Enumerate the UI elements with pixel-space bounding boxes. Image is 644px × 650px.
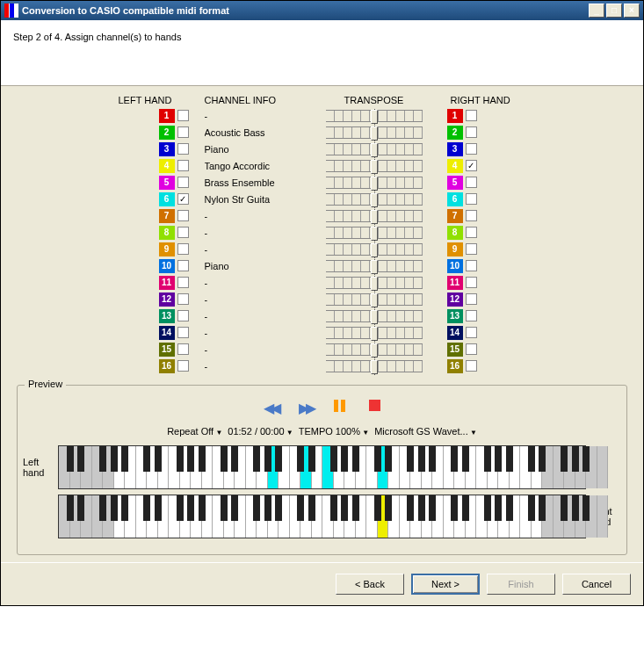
white-key[interactable] [257,495,268,538]
left-hand-checkbox[interactable] [177,310,189,321]
left-hand-checkbox[interactable] [177,277,189,288]
slider-thumb[interactable] [371,243,378,257]
white-key[interactable] [169,446,180,488]
stop-button[interactable] [369,400,380,411]
transpose-slider[interactable] [326,126,423,139]
white-key[interactable] [300,495,312,538]
white-key[interactable] [366,495,378,538]
slider-thumb[interactable] [371,193,378,207]
close-button[interactable]: × [624,4,640,18]
white-key[interactable] [136,446,148,488]
white-key[interactable] [344,446,356,488]
white-key[interactable] [92,446,104,488]
left-hand-checkbox[interactable] [177,126,189,138]
left-hand-checkbox[interactable]: ✓ [177,193,189,205]
right-hand-checkbox[interactable] [466,243,477,255]
white-key[interactable] [422,495,433,538]
white-key[interactable] [290,446,301,488]
right-hand-checkbox[interactable] [466,227,477,238]
white-key[interactable] [235,446,246,488]
white-key[interactable] [322,446,334,488]
transpose-slider[interactable] [326,310,423,322]
transpose-slider[interactable] [326,193,423,206]
white-key[interactable] [575,446,587,488]
slider-thumb[interactable] [371,210,378,224]
white-key[interactable] [388,446,400,488]
white-key[interactable] [92,495,104,538]
white-key[interactable] [224,495,235,538]
time-dropdown[interactable]: 01:52 / 00:00 [228,426,293,437]
pause-button[interactable] [334,400,350,414]
white-key[interactable] [312,446,323,488]
transpose-slider[interactable] [326,277,423,289]
white-key[interactable] [476,495,488,538]
white-key[interactable] [454,495,466,538]
white-key[interactable] [476,446,488,488]
white-key[interactable] [532,446,543,488]
white-key[interactable] [300,446,312,488]
slider-thumb[interactable] [371,293,378,307]
white-key[interactable] [432,446,444,488]
white-key[interactable] [356,446,367,488]
white-key[interactable] [279,446,290,488]
left-hand-checkbox[interactable] [177,360,189,372]
right-hand-checkbox[interactable] [466,277,477,288]
white-key[interactable] [542,446,554,488]
white-key[interactable] [334,446,345,488]
right-hand-checkbox[interactable] [466,143,477,155]
white-key[interactable] [432,495,444,538]
right-hand-checkbox[interactable] [466,193,477,205]
white-key[interactable] [180,495,192,538]
white-key[interactable] [290,495,301,538]
white-key[interactable] [114,446,126,488]
white-key[interactable] [422,446,433,488]
white-key[interactable] [322,495,334,538]
white-key[interactable] [246,446,257,488]
left-hand-checkbox[interactable] [177,260,189,271]
white-key[interactable] [158,495,170,538]
white-key[interactable] [257,446,268,488]
slider-thumb[interactable] [371,177,378,191]
white-key[interactable] [410,446,422,488]
slider-thumb[interactable] [371,143,378,157]
white-key[interactable] [70,495,82,538]
white-key[interactable] [554,495,565,538]
white-key[interactable] [498,495,510,538]
transpose-slider[interactable] [326,243,423,256]
rewind-button[interactable]: ◀◀ [264,400,279,414]
white-key[interactable] [81,446,92,488]
white-key[interactable] [81,495,92,538]
cancel-button[interactable]: Cancel [562,574,631,595]
white-key[interactable] [279,495,290,538]
right-hand-checkbox[interactable] [466,210,477,221]
right-hand-checkbox[interactable] [466,343,477,355]
right-hand-checkbox[interactable] [466,110,477,121]
white-key[interactable] [597,495,609,538]
white-key[interactable] [169,495,180,538]
slider-thumb[interactable] [371,327,378,341]
white-key[interactable] [444,446,455,488]
transpose-slider[interactable] [326,360,423,372]
white-key[interactable] [454,446,466,488]
white-key[interactable] [268,446,279,488]
transpose-slider[interactable] [326,177,423,189]
white-key[interactable] [510,446,521,488]
transpose-slider[interactable] [326,143,423,155]
next-button[interactable]: Next > [411,574,480,595]
transpose-slider[interactable] [326,110,423,122]
right-hand-checkbox[interactable] [466,260,477,271]
white-key[interactable] [586,446,597,488]
right-hand-checkbox[interactable]: ✓ [466,160,477,171]
transpose-slider[interactable] [326,160,423,172]
white-key[interactable] [554,446,565,488]
white-key[interactable] [344,495,356,538]
white-key[interactable] [202,495,213,538]
white-key[interactable] [498,446,510,488]
white-key[interactable] [466,495,477,538]
transpose-slider[interactable] [326,210,423,222]
left-hand-checkbox[interactable] [177,160,189,171]
white-key[interactable] [70,446,82,488]
white-key[interactable] [59,446,70,488]
back-button[interactable]: < Back [336,574,404,595]
white-key[interactable] [520,446,532,488]
